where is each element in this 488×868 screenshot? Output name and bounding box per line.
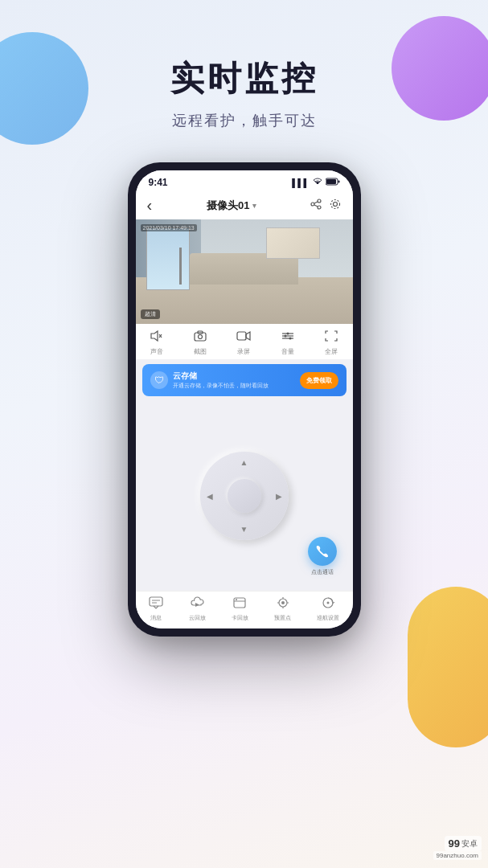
cloud-banner-text: 云存储 开通云存储，录像不怕丢，随时看回放 [173, 371, 269, 390]
svg-rect-24 [150, 597, 162, 606]
status-bar: 9:41 ▌▌▌ [136, 170, 353, 191]
svg-point-30 [236, 599, 237, 600]
tab-preset-label: 预置点 [274, 614, 291, 622]
call-button[interactable] [308, 537, 337, 566]
svg-point-32 [281, 601, 285, 604]
cloud-free-button[interactable]: 免费领取 [300, 372, 338, 389]
svg-point-8 [334, 203, 338, 207]
sub-title: 远程看护，触手可达 [0, 111, 488, 130]
header-section: 实时监控 远程看护，触手可达 [0, 0, 488, 146]
nav-actions [310, 199, 341, 212]
cloud-shield-icon: 🛡 [150, 371, 168, 389]
phone-screen: 9:41 ▌▌▌ [136, 170, 353, 628]
svg-line-7 [314, 205, 318, 207]
svg-point-14 [198, 335, 202, 339]
watermark-text: 安卓 [461, 838, 478, 850]
feed-quality-badge: 超清 [141, 309, 160, 319]
tab-cloud-label: 云回放 [189, 614, 206, 622]
fullscreen-icon [325, 330, 338, 345]
main-title: 实时监控 [0, 56, 488, 101]
svg-point-38 [327, 602, 330, 604]
svg-rect-1 [326, 179, 336, 184]
svg-marker-27 [195, 603, 199, 607]
phone-frame: 9:41 ▌▌▌ [128, 162, 361, 637]
watermark-logo: 99 [449, 837, 460, 850]
svg-rect-16 [237, 332, 246, 340]
svg-point-3 [318, 199, 321, 203]
dpad-container: ▲ ▼ ◀ ▶ [200, 452, 289, 540]
control-sound[interactable]: 声音 [150, 330, 163, 356]
signal-icon: ▌▌▌ [292, 178, 309, 187]
svg-marker-10 [151, 331, 158, 341]
cloud-title: 云存储 [173, 371, 269, 382]
svg-point-21 [287, 333, 289, 335]
nav-chevron: ▾ [252, 202, 256, 210]
nav-title: 摄像头01 ▾ [207, 199, 256, 213]
watermark: 99 安卓 99anzhuo.com [433, 836, 482, 860]
tab-cruise-label: 巡航设置 [317, 614, 339, 622]
control-volume[interactable]: 音量 [281, 330, 294, 356]
tab-messages-icon [149, 596, 163, 612]
settings-icon[interactable] [330, 199, 341, 212]
record-icon [236, 330, 251, 345]
svg-point-22 [285, 335, 287, 338]
call-button-wrapper: 点击通话 [308, 537, 337, 576]
control-record[interactable]: 录屏 [236, 330, 251, 356]
tab-card-playback[interactable]: 卡回放 [232, 596, 248, 622]
nav-bar: ‹ 摄像头01 ▾ [136, 191, 353, 219]
cloud-banner[interactable]: 🛡 云存储 开通云存储，录像不怕丢，随时看回放 免费领取 [142, 364, 347, 396]
tab-card-icon [232, 596, 247, 612]
phone-wrapper: 9:41 ▌▌▌ [0, 162, 488, 637]
dpad-inner[interactable] [228, 479, 261, 513]
tab-cloud-icon [190, 596, 204, 612]
fullscreen-label: 全屏 [325, 347, 338, 356]
dpad-right-button[interactable]: ▶ [276, 492, 282, 501]
tab-messages[interactable]: 消息 [149, 596, 163, 622]
tab-cruise-icon [321, 596, 335, 612]
room-painting [266, 227, 321, 259]
svg-rect-2 [338, 181, 339, 183]
room-lamp [179, 248, 182, 285]
room-window [146, 227, 190, 290]
feed-timestamp: 2021/03/10 17:49:13 [141, 224, 197, 231]
status-time: 9:41 [149, 177, 168, 188]
dpad-left-button[interactable]: ◀ [207, 492, 213, 501]
screenshot-icon [194, 330, 207, 345]
tab-messages-label: 消息 [150, 614, 162, 622]
battery-icon [326, 178, 340, 187]
tab-cruise[interactable]: 巡航设置 [317, 596, 339, 622]
dpad-down-button[interactable]: ▼ [240, 525, 248, 534]
dpad-up-button[interactable]: ▲ [240, 458, 248, 467]
camera-feed: 2021/03/10 17:49:13 超清 [136, 219, 353, 324]
tab-cloud-playback[interactable]: 云回放 [189, 596, 206, 622]
tab-bar: 消息 云回放 [136, 591, 353, 628]
screenshot-label: 截图 [194, 347, 207, 356]
control-fullscreen[interactable]: 全屏 [325, 330, 338, 356]
control-screenshot[interactable]: 截图 [194, 330, 207, 356]
svg-marker-17 [246, 332, 250, 340]
call-label: 点击通话 [311, 568, 334, 576]
svg-point-4 [311, 203, 314, 206]
svg-line-6 [314, 202, 318, 203]
volume-icon [281, 330, 294, 345]
sound-label: 声音 [150, 347, 163, 356]
record-label: 录屏 [237, 347, 250, 356]
wifi-icon [313, 178, 322, 187]
watermark-url: 99anzhuo.com [433, 851, 482, 860]
status-icons: ▌▌▌ [292, 178, 339, 187]
volume-label: 音量 [281, 347, 294, 356]
controls-bar: 声音 截图 [136, 324, 353, 359]
dpad-section: ▲ ▼ ◀ ▶ 点击通话 [136, 401, 353, 591]
sound-icon [150, 330, 163, 345]
cloud-banner-left: 🛡 云存储 开通云存储，录像不怕丢，随时看回放 [150, 371, 269, 390]
nav-back-button[interactable]: ‹ [147, 196, 153, 215]
tab-preset[interactable]: 预置点 [274, 596, 291, 622]
tab-card-label: 卡回放 [232, 614, 248, 622]
svg-point-9 [331, 200, 340, 209]
share-icon[interactable] [310, 199, 322, 212]
cloud-desc: 开通云存储，录像不怕丢，随时看回放 [173, 382, 269, 390]
room-scene [136, 219, 353, 324]
svg-point-5 [318, 206, 321, 209]
tab-preset-icon [276, 596, 290, 612]
dpad-outer: ▲ ▼ ◀ ▶ [200, 452, 289, 540]
